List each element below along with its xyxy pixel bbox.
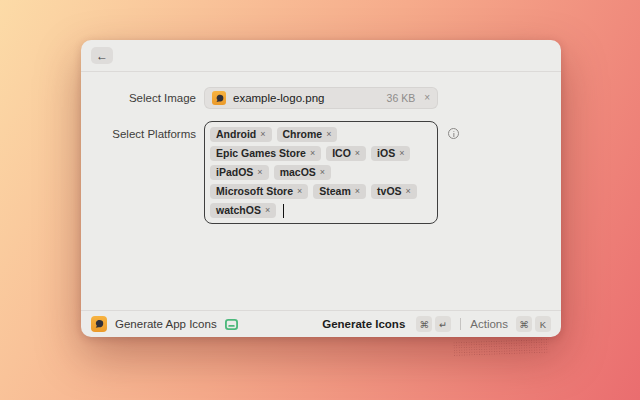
file-name: example-logo.png <box>233 92 387 104</box>
cmd-key-icon[interactable]: ⌘ <box>416 316 432 332</box>
remove-file-icon[interactable]: × <box>424 93 430 103</box>
platform-tags-input[interactable]: Android × Chrome × Epic Games Store × <box>204 121 438 224</box>
platform-tag[interactable]: tvOS × <box>371 184 417 199</box>
remove-tag-icon[interactable]: × <box>257 168 262 177</box>
k-key-icon[interactable]: K <box>535 316 551 332</box>
platform-tag[interactable]: Epic Games Store × <box>210 146 321 161</box>
platform-tag-label: iOS <box>377 148 395 159</box>
remove-tag-icon[interactable]: × <box>265 206 270 215</box>
window-header: ← <box>81 40 561 72</box>
platform-tag-label: Android <box>216 129 256 140</box>
platform-tag[interactable]: iPadOS × <box>210 165 269 180</box>
platform-tag[interactable]: Steam × <box>313 184 366 199</box>
platform-tag[interactable]: Chrome × <box>277 127 338 142</box>
app-window: ← Select Image example-logo.png 36 KB × … <box>81 40 561 337</box>
info-icon[interactable] <box>448 128 459 139</box>
platform-tag[interactable]: ICO × <box>326 146 366 161</box>
file-size-badge: 36 KB <box>387 92 416 104</box>
extension-title: Generate App Icons <box>115 318 217 330</box>
text-caret <box>283 204 284 218</box>
platforms-field-label: Select Platforms <box>81 121 196 142</box>
remove-tag-icon[interactable]: × <box>297 187 302 196</box>
action-bar: Generate App Icons Generate Icons ⌘ ↵ Ac… <box>81 310 561 337</box>
selected-file-chip[interactable]: example-logo.png 36 KB × <box>204 87 438 109</box>
platform-tag[interactable]: iOS × <box>371 146 410 161</box>
image-field-row: Select Image example-logo.png 36 KB × <box>81 87 561 109</box>
action-bar-divider <box>460 318 461 330</box>
platform-tag-label: iPadOS <box>216 167 253 178</box>
file-thumbnail-icon <box>212 91 226 105</box>
form-body: Select Image example-logo.png 36 KB × Se… <box>81 72 561 310</box>
platform-tag-label: tvOS <box>377 186 402 197</box>
remove-tag-icon[interactable]: × <box>260 130 265 139</box>
remove-tag-icon[interactable]: × <box>326 130 331 139</box>
platform-tag-label: Steam <box>319 186 351 197</box>
remove-tag-icon[interactable]: × <box>320 168 325 177</box>
remove-tag-icon[interactable]: × <box>355 149 360 158</box>
platform-tag[interactable]: Microsoft Store × <box>210 184 308 199</box>
remove-tag-icon[interactable]: × <box>355 187 360 196</box>
watermark <box>453 338 549 356</box>
remove-tag-icon[interactable]: × <box>399 149 404 158</box>
platform-tag[interactable]: watchOS × <box>210 203 276 218</box>
back-button[interactable]: ← <box>91 47 113 64</box>
remove-tag-icon[interactable]: × <box>406 187 411 196</box>
platforms-field-row: Select Platforms Android × Chrome × Epic… <box>81 121 561 224</box>
platform-tag-label: watchOS <box>216 205 261 216</box>
remove-tag-icon[interactable]: × <box>310 149 315 158</box>
platform-tag-label: Epic Games Store <box>216 148 306 159</box>
return-key-icon[interactable]: ↵ <box>435 316 451 332</box>
extension-icon <box>91 316 107 332</box>
platform-tag[interactable]: macOS × <box>274 165 331 180</box>
image-field-label: Select Image <box>81 87 196 109</box>
platform-tag-label: Chrome <box>283 129 323 140</box>
platform-tag-label: ICO <box>332 148 351 159</box>
platform-tag[interactable]: Android × <box>210 127 272 142</box>
cmd-key-icon[interactable]: ⌘ <box>516 316 532 332</box>
green-status-icon <box>225 318 238 331</box>
platform-tag-label: Microsoft Store <box>216 186 293 197</box>
actions-button[interactable]: Actions <box>470 318 508 330</box>
generate-icons-button[interactable]: Generate Icons <box>322 318 405 330</box>
back-arrow-icon: ← <box>96 50 108 62</box>
platform-tag-label: macOS <box>280 167 316 178</box>
